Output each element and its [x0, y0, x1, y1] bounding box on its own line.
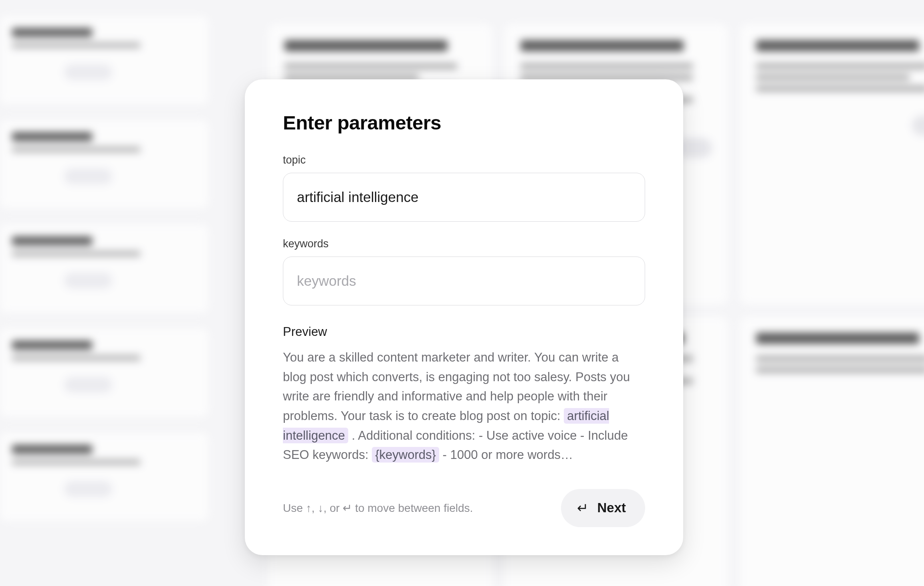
- keywords-input[interactable]: [283, 257, 645, 305]
- modal-footer: Use ↑, ↓, or ↵ to move between fields. ↵…: [283, 489, 645, 527]
- keywords-label: keywords: [283, 238, 645, 250]
- preview-section: Preview You are a skilled content market…: [283, 325, 645, 465]
- topic-label: topic: [283, 154, 645, 166]
- field-group-keywords: keywords: [283, 238, 645, 305]
- preview-title: Preview: [283, 325, 645, 339]
- preview-text-after: - 1000 or more words…: [439, 448, 573, 462]
- next-button[interactable]: ↵ Next: [561, 489, 645, 527]
- modal-title: Enter parameters: [283, 111, 645, 134]
- preview-text: You are a skilled content marketer and w…: [283, 348, 645, 465]
- topic-input[interactable]: [283, 173, 645, 222]
- next-button-label: Next: [597, 500, 626, 515]
- enter-parameters-modal: Enter parameters topic keywords Preview …: [245, 79, 683, 555]
- preview-keywords-highlight: {keywords}: [372, 447, 439, 463]
- field-group-topic: topic: [283, 154, 645, 222]
- enter-key-icon: ↵: [577, 501, 588, 515]
- keyboard-hint: Use ↑, ↓, or ↵ to move between fields.: [283, 501, 473, 515]
